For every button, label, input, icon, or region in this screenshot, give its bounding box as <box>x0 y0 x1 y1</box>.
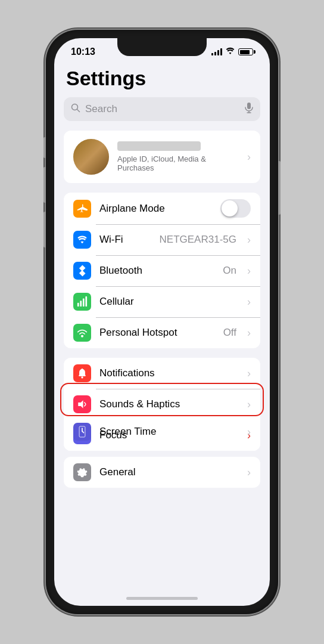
wifi-icon-wrap <box>73 231 91 249</box>
airplane-mode-icon <box>73 200 91 218</box>
wifi-row[interactable]: Wi-Fi NETGEAR31-5G › <box>64 224 260 255</box>
bluetooth-label: Bluetooth <box>99 265 214 277</box>
power-button[interactable] <box>278 161 281 215</box>
screen-content[interactable]: Settings Search <box>54 61 270 599</box>
phone-shell: 10:13 <box>46 30 278 614</box>
svg-line-1 <box>77 110 80 112</box>
screentime-label: Screen Time <box>99 426 239 438</box>
phone-screen: 10:13 <box>54 38 270 606</box>
notch <box>117 38 207 56</box>
svg-rect-10 <box>85 296 87 306</box>
general-row[interactable]: General › <box>64 457 260 488</box>
home-indicator[interactable] <box>126 597 198 600</box>
wifi-label: Wi-Fi <box>99 234 151 246</box>
svg-rect-12 <box>79 375 85 376</box>
search-icon <box>71 103 80 115</box>
general-icon-wrap <box>73 463 91 481</box>
svg-rect-2 <box>247 103 251 109</box>
general-group: General › <box>64 457 260 488</box>
profile-subtitle: Apple ID, iCloud, Media & Purchases <box>117 154 239 172</box>
screentime-chevron: › <box>247 426 251 438</box>
sounds-row[interactable]: Sounds & Haptics › <box>64 389 260 420</box>
profile-card[interactable]: Apple ID, iCloud, Media & Purchases › <box>64 131 260 183</box>
svg-rect-8 <box>80 301 82 306</box>
status-icons <box>211 47 253 57</box>
connectivity-group: Airplane Mode Wi-Fi NETG <box>64 193 260 348</box>
bluetooth-chevron: › <box>247 265 251 277</box>
general-label: General <box>99 466 239 478</box>
hotspot-label: Personal Hotspot <box>99 327 215 339</box>
svg-line-18 <box>82 431 83 432</box>
cellular-chevron: › <box>247 296 251 308</box>
avatar <box>73 139 109 175</box>
svg-point-13 <box>81 376 83 378</box>
hotspot-value: Off <box>223 327 236 339</box>
battery-icon <box>238 48 253 55</box>
volume-down-button[interactable] <box>43 212 46 247</box>
profile-info: Apple ID, iCloud, Media & Purchases <box>117 141 239 172</box>
sounds-icon-wrap <box>73 395 91 413</box>
sounds-chevron: › <box>247 398 251 411</box>
signal-bars-icon <box>211 48 222 55</box>
mute-button[interactable] <box>43 137 46 158</box>
svg-point-11 <box>81 335 83 338</box>
volume-up-button[interactable] <box>43 167 46 203</box>
hotspot-chevron: › <box>247 327 251 339</box>
notifications-row[interactable]: Notifications › <box>64 358 260 389</box>
status-time: 10:13 <box>71 47 95 57</box>
svg-rect-9 <box>83 299 85 306</box>
notifications-icon-wrap <box>73 364 91 382</box>
profile-chevron: › <box>247 151 251 163</box>
airplane-mode-label: Airplane Mode <box>99 203 212 215</box>
screentime-group: Screen Time › <box>64 416 260 447</box>
airplane-mode-row[interactable]: Airplane Mode <box>64 193 260 224</box>
airplane-mode-toggle[interactable] <box>220 199 251 218</box>
notifications-chevron: › <box>247 367 251 380</box>
microphone-icon <box>245 103 253 116</box>
hotspot-icon-wrap <box>73 324 91 342</box>
cellular-label: Cellular <box>99 296 239 308</box>
screentime-row[interactable]: Screen Time › <box>64 416 260 447</box>
search-placeholder: Search <box>85 103 240 115</box>
bluetooth-row[interactable]: Bluetooth On › <box>64 255 260 286</box>
hotspot-row[interactable]: Personal Hotspot Off › <box>64 317 260 348</box>
page-title: Settings <box>54 61 270 97</box>
general-chevron: › <box>247 466 251 479</box>
wifi-value: NETGEAR31-5G <box>160 234 236 246</box>
cellular-icon-wrap <box>73 293 91 311</box>
sounds-label: Sounds & Haptics <box>99 398 239 410</box>
svg-marker-14 <box>78 400 83 408</box>
screentime-icon-wrap <box>73 423 91 441</box>
bluetooth-icon-wrap <box>73 262 91 280</box>
cellular-row[interactable]: Cellular › <box>64 286 260 317</box>
wifi-chevron: › <box>247 234 251 246</box>
bluetooth-value: On <box>223 265 236 277</box>
search-bar[interactable]: Search <box>64 97 260 121</box>
wifi-status-icon <box>225 47 235 57</box>
profile-name <box>117 141 201 151</box>
notifications-label: Notifications <box>99 367 239 379</box>
svg-rect-7 <box>77 303 79 306</box>
